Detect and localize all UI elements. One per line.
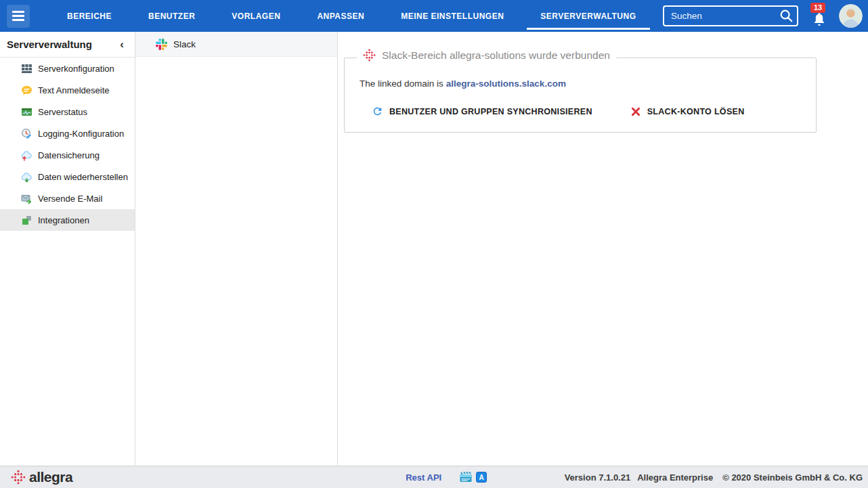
send-email-icon	[21, 193, 32, 204]
menu-icon	[12, 11, 24, 13]
red-x-icon	[630, 106, 641, 117]
sync-users-groups-button[interactable]: BENUTZER UND GRUPPEN SYNCHRONISIEREN	[372, 106, 592, 117]
integration-item-label: Slack	[173, 39, 196, 49]
slack-connection-panel: Slack-Bereich allegra-solutions wurde ve…	[344, 58, 817, 133]
sidebar-item-label: Text Anmeldeseite	[38, 85, 110, 95]
svg-text:A: A	[479, 474, 484, 481]
panel-legend: Slack-Bereich allegra-solutions wurde ve…	[357, 49, 616, 62]
restore-cloud-icon	[21, 171, 32, 183]
nav-item-anpassen[interactable]: ANPASSEN	[303, 0, 378, 32]
edition-label: Allegra Enterprise	[637, 472, 713, 483]
nav-item-vorlagen[interactable]: VORLAGEN	[218, 0, 294, 32]
sidebar-serververwaltung: Serververwaltung ‹ Serverkonfiguration T…	[0, 32, 135, 466]
nav-item-serververwaltung[interactable]: SERVERVERWALTUNG	[527, 0, 649, 32]
accessibility-a-icon[interactable]: A	[476, 472, 487, 483]
allegra-logo-text: allegra	[29, 469, 72, 485]
server-config-icon	[21, 63, 32, 74]
notification-badge: 13	[810, 3, 825, 13]
panel-title: Slack-Bereich allegra-solutions wurde ve…	[382, 49, 610, 62]
log-console-icon[interactable]	[460, 472, 472, 483]
search-icon[interactable]	[778, 8, 794, 24]
user-avatar[interactable]	[839, 4, 863, 28]
sidebar-item-integrationen[interactable]: Integrationen	[0, 209, 135, 231]
sidebar-item-datensicherung[interactable]: Datensicherung	[0, 144, 135, 166]
sync-refresh-icon	[372, 106, 383, 117]
copyright-text: © 2020 Steinbeis GmbH & Co. KG	[722, 472, 863, 483]
notification-bell[interactable]: 13	[809, 4, 829, 28]
sidebar-collapse-chevron-icon[interactable]: ‹	[117, 39, 127, 50]
sidebar-item-label: Serverkonfiguration	[38, 64, 114, 74]
version-info: Version 7.1.0.21 Allegra Enterprise © 20…	[565, 472, 863, 483]
nav-item-bereiche[interactable]: BEREICHE	[53, 0, 125, 32]
search-box	[663, 5, 798, 26]
sidebar-title: Serververwaltung	[7, 39, 117, 50]
sidebar-item-daten-wiederherstellen[interactable]: Daten wiederherstellen	[0, 166, 135, 187]
nav-item-benutzer[interactable]: BENUTZER	[135, 0, 209, 32]
allegra-dots-icon	[363, 49, 376, 62]
sidebar-item-versende-email[interactable]: Versende E-Mail	[0, 187, 135, 209]
sidebar-item-serverstatus[interactable]: Serverstatus	[0, 101, 135, 123]
slack-icon	[156, 39, 167, 50]
sidebar-item-label: Logging-Konfiguration	[38, 129, 124, 139]
integration-list: Slack	[135, 32, 338, 466]
rest-api-link[interactable]: Rest API	[406, 472, 441, 483]
footer: allegra Rest API A Version 7.1.0.21 Alle…	[0, 466, 868, 488]
sidebar-header: Serververwaltung ‹	[0, 32, 135, 58]
panel-actions: BENUTZER UND GRUPPEN SYNCHRONISIEREN SLA…	[360, 106, 801, 117]
sidebar-item-label: Serverstatus	[38, 107, 87, 117]
sidebar-item-label: Integrationen	[38, 215, 89, 225]
sidebar-item-text-anmeldeseite[interactable]: Text Anmeldeseite	[0, 79, 135, 101]
speech-bubble-icon	[21, 85, 32, 96]
top-navbar: BEREICHE BENUTZER VORLAGEN ANPASSEN MEIN…	[0, 0, 868, 32]
sidebar-item-label: Versende E-Mail	[38, 194, 102, 204]
footer-icons: A	[460, 472, 487, 483]
version-number: Version 7.1.0.21	[565, 472, 631, 483]
logging-clock-icon	[21, 128, 32, 139]
hamburger-menu-button[interactable]	[7, 5, 30, 28]
sidebar-item-serverkonfiguration[interactable]: Serverkonfiguration	[0, 58, 135, 79]
integration-item-slack[interactable]: Slack	[135, 32, 337, 57]
allegra-logo: allegra	[11, 469, 72, 485]
main-navigation: BEREICHE BENUTZER VORLAGEN ANPASSEN MEIN…	[49, 0, 655, 32]
integrations-icon	[21, 215, 32, 226]
server-status-icon	[21, 106, 32, 118]
content-area: Serververwaltung ‹ Serverkonfiguration T…	[0, 32, 868, 466]
sidebar-item-logging-konfiguration[interactable]: Logging-Konfiguration	[0, 123, 135, 144]
sidebar-item-label: Daten wiederherstellen	[38, 172, 128, 182]
allegra-logo-dots-icon	[11, 470, 26, 485]
backup-cloud-icon	[21, 150, 32, 161]
bell-icon	[811, 11, 827, 30]
main-panel: Slack-Bereich allegra-solutions wurde ve…	[338, 32, 868, 466]
nav-item-meine-einstellungen[interactable]: MEINE EINSTELLUNGEN	[387, 0, 517, 32]
unlink-slack-button[interactable]: SLACK-KONTO LÖSEN	[630, 106, 745, 117]
sidebar-item-label: Datensicherung	[38, 150, 100, 160]
linked-domain-text: The linked domain isallegra-solutions.sl…	[360, 79, 801, 89]
linked-domain-link[interactable]: allegra-solutions.slack.com	[446, 79, 566, 89]
